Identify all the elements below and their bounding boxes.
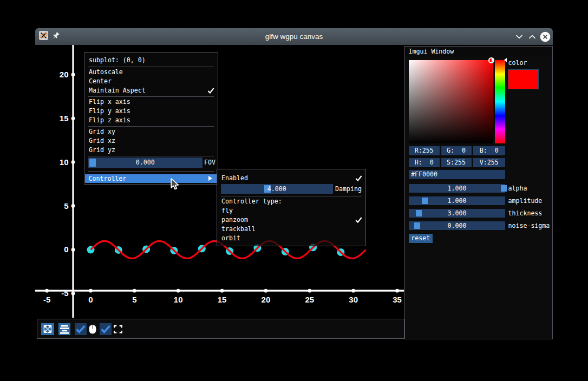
reset-button[interactable]: reset [409, 234, 433, 243]
menu-separator [88, 126, 214, 127]
slider-value: 0.000 [88, 157, 202, 168]
menu-item-panzoom[interactable]: panzoom [218, 215, 365, 225]
slider-value: 1.000 [409, 184, 505, 193]
color-swatch[interactable] [508, 69, 539, 89]
slider-value: 4.000 [221, 184, 333, 194]
damping-label: Damping [335, 184, 362, 194]
x-tick-label: 25 [299, 295, 321, 305]
blue-value-field[interactable]: B: 0 [473, 146, 506, 155]
hue-slider[interactable] [495, 60, 505, 143]
menu-item-grid-yz[interactable]: Grid yz [85, 146, 217, 155]
mouse-icon [89, 325, 96, 336]
y-tick-label: 0 [47, 245, 69, 254]
mouse-cursor [171, 178, 180, 192]
app-window: glfw wgpu canvas [35, 28, 553, 339]
controller-label: Controller [89, 175, 127, 182]
checkmark-icon [75, 323, 87, 335]
thickness-label: thickness [508, 209, 543, 218]
noise-sigma-label: noise-sigma [508, 221, 550, 230]
submenu-arrow-icon [208, 176, 212, 181]
hue-value-field[interactable]: H: 0 [409, 158, 440, 167]
menu-item-trackball[interactable]: trackball [218, 225, 365, 234]
menu-item-flip-z[interactable]: Flip z axis [85, 116, 217, 125]
slider-value: 1.000 [409, 196, 505, 205]
center-icon [58, 323, 70, 335]
thickness-slider[interactable]: 3.000 [409, 209, 505, 218]
fov-label: FOV [204, 157, 215, 168]
slider-value: 0.000 [409, 221, 505, 230]
saturation-value-field[interactable]: S:255 [441, 158, 472, 167]
menu-item-center[interactable]: Center [85, 77, 217, 86]
red-value-field[interactable]: R:255 [409, 146, 440, 155]
y-tick-label: 15 [47, 114, 69, 123]
value-value-field[interactable]: V:255 [473, 158, 506, 167]
fov-slider[interactable]: 0.000 [88, 157, 202, 168]
amplitude-slider[interactable]: 1.000 [409, 196, 505, 205]
chevron-down-icon [516, 35, 523, 39]
x-tick-label: 5 [123, 295, 145, 305]
submenu-header: Controller type: [218, 197, 365, 206]
autoscale-icon [41, 323, 54, 335]
chevron-up-icon [529, 35, 536, 39]
color-label: color [508, 58, 527, 68]
imgui-window-title[interactable]: Imgui Window [405, 47, 553, 57]
menu-item-grid-xy[interactable]: Grid xy [85, 127, 217, 136]
checkmark-icon [207, 87, 214, 94]
menu-item-autoscale[interactable]: Autoscale [85, 68, 217, 77]
x-tick-label: 30 [343, 295, 364, 305]
maximize-button[interactable] [526, 28, 539, 45]
x-tick-label: 0 [80, 295, 102, 305]
subplot-context-menu: subplot: (0, 0) Autoscale Center Maintai… [84, 52, 218, 185]
controller-submenu: Enabled 4.000 Damping Controller type: f… [217, 169, 366, 246]
x-tick-label: -5 [36, 295, 58, 305]
damping-slider[interactable]: 4.000 [221, 184, 333, 194]
x-tick-label: 20 [255, 295, 277, 305]
menu-item-fly[interactable]: fly [218, 206, 365, 215]
hue-marker-left [492, 58, 494, 62]
minimize-button[interactable] [513, 28, 526, 45]
window-title: glfw wgpu canvas [35, 28, 553, 45]
menu-separator [88, 171, 214, 172]
amplitude-label: amplitude [508, 196, 543, 205]
saturation-value-picker[interactable] [409, 60, 493, 143]
menu-item-flip-y[interactable]: Flip y axis [85, 107, 217, 116]
checkmark-icon [100, 323, 112, 335]
y-tick-label: 20 [47, 70, 69, 80]
x-tick-label: 10 [167, 295, 189, 305]
checkmark-icon [355, 216, 362, 224]
checkmark-icon [355, 175, 362, 182]
imgui-window: Imgui Window color R:255 G: 0 B: 0 H: 0 … [404, 46, 553, 339]
window-titlebar[interactable]: glfw wgpu canvas [35, 28, 553, 45]
menu-item-maintain-aspect[interactable]: Maintain Aspect [85, 86, 217, 95]
hue-marker-right [504, 58, 507, 62]
autoscale-button[interactable] [41, 323, 54, 335]
menu-item-controller[interactable]: Controller [85, 174, 217, 183]
fullscreen-icon [114, 325, 122, 336]
plot-toolbar [37, 319, 404, 339]
menu-separator [88, 96, 214, 97]
hex-input[interactable]: #FF0000 [409, 170, 505, 179]
menu-item-enabled[interactable]: Enabled [218, 174, 365, 183]
close-icon [540, 31, 551, 42]
wgpu-canvas[interactable]: 20 15 10 5 0 -5 -5 0 5 10 15 20 25 30 35 [35, 45, 553, 339]
noise-sigma-slider[interactable]: 0.000 [409, 221, 505, 230]
menu-separator [88, 156, 214, 156]
desktop: glfw wgpu canvas [0, 0, 588, 381]
x-tick-label: 15 [211, 295, 233, 305]
menu-item-grid-xz[interactable]: Grid xz [85, 136, 217, 146]
menu-separator [221, 196, 362, 196]
green-value-field[interactable]: G: 0 [441, 146, 472, 155]
close-button[interactable] [539, 28, 552, 45]
controller-checkbox[interactable] [75, 323, 87, 335]
center-button[interactable] [58, 323, 70, 335]
fullscreen-checkbox[interactable] [100, 323, 112, 335]
y-tick-label: 5 [47, 201, 69, 211]
alpha-slider[interactable]: 1.000 [409, 184, 505, 193]
slider-value: 3.000 [409, 209, 505, 218]
alpha-label: alpha [508, 184, 527, 193]
menu-header: subplot: (0, 0) [85, 56, 217, 65]
menu-item-orbit[interactable]: orbit [218, 234, 365, 243]
menu-separator [88, 67, 214, 67]
y-tick-label: 10 [47, 157, 69, 167]
menu-item-flip-x[interactable]: Flip x axis [85, 97, 217, 107]
